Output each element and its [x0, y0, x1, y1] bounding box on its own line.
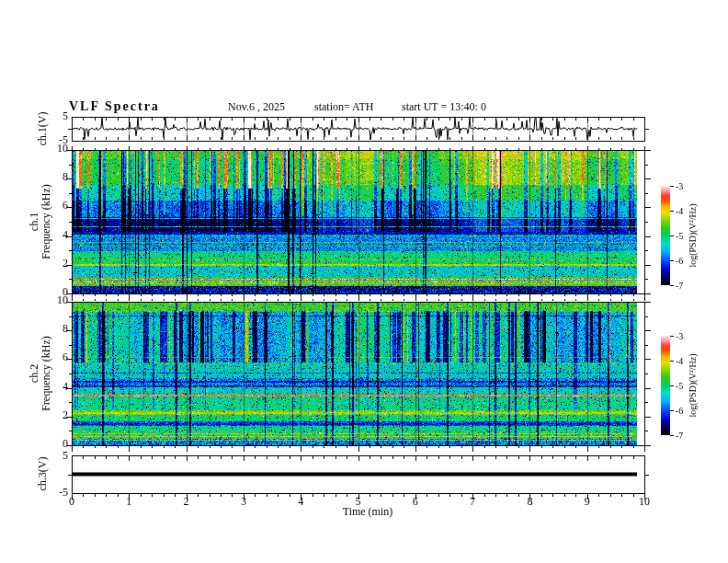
- colorbar2-tick-label: -4: [676, 355, 683, 367]
- vlf-spectra-plot: VLF Spectra Nov.6 , 2025 station= ATH st…: [0, 0, 728, 563]
- colorbar2-tick-label: -7: [676, 430, 683, 442]
- x-tick-label: 3: [241, 496, 246, 508]
- x-tick-label: 10: [639, 496, 650, 508]
- spec1-y-tick-label: 10: [46, 143, 68, 155]
- colorbar2-label: log(PSD)(V²/Hz): [687, 353, 699, 417]
- ch3-wave-axis-label: ch.3(V): [37, 457, 49, 491]
- station-label: station= ATH: [314, 101, 373, 113]
- spec2-y-tick-label: 2: [46, 409, 68, 421]
- spec1-freq-axis-label: Frequency (kHz): [40, 184, 52, 259]
- x-tick-label: 5: [356, 496, 361, 508]
- x-tick-label: 2: [184, 496, 189, 508]
- spec2-y-tick-label: 8: [46, 323, 68, 335]
- ch1-wave-axis-label: ch.1(V): [37, 112, 49, 146]
- colorbar2-tick-label: -6: [676, 405, 683, 417]
- plot-canvas: [0, 0, 728, 563]
- x-tick-label: 8: [527, 496, 532, 508]
- spec2-y-tick-label: 4: [46, 381, 68, 393]
- spec2-y-tick-label: 0: [46, 438, 68, 450]
- x-tick-label: 6: [413, 496, 418, 508]
- spec1-y-tick-label: 6: [46, 200, 68, 212]
- colorbar1-label: log(PSD)(V²/Hz): [687, 203, 699, 267]
- colorbar1-tick-label: -7: [676, 280, 683, 292]
- spec2-y-tick-label: 6: [46, 351, 68, 363]
- ch1-ymax-label: 5: [46, 110, 68, 122]
- ch3-ymin-label: -5: [46, 487, 68, 499]
- colorbar2-tick-label: -3: [676, 330, 683, 342]
- spec1-y-tick-label: 8: [46, 171, 68, 183]
- colorbar1-tick-label: -4: [676, 205, 683, 217]
- x-tick-label: 1: [126, 496, 131, 508]
- ch3-ymax-label: 5: [46, 450, 68, 462]
- spec1-y-tick-label: 4: [46, 229, 68, 241]
- time-axis-label: Time (min): [343, 506, 393, 518]
- x-tick-label: 9: [585, 496, 590, 508]
- colorbar1-tick-label: -3: [676, 180, 683, 192]
- x-tick-label: 7: [470, 496, 475, 508]
- plot-title: VLF Spectra: [69, 100, 160, 112]
- colorbar1-tick-label: -6: [676, 255, 683, 267]
- spec2-freq-axis-label: Frequency (kHz): [40, 336, 52, 411]
- spec1-y-tick-label: 0: [46, 286, 68, 298]
- date-label: Nov.6 , 2025: [228, 101, 285, 113]
- start-ut-label: start UT = 13:40: 0: [402, 101, 486, 113]
- x-tick-label: 4: [298, 496, 303, 508]
- colorbar2-tick-label: -5: [676, 380, 683, 392]
- colorbar1-tick-label: -5: [676, 230, 683, 242]
- spec1-y-tick-label: 2: [46, 258, 68, 270]
- x-tick-label: 0: [69, 496, 74, 508]
